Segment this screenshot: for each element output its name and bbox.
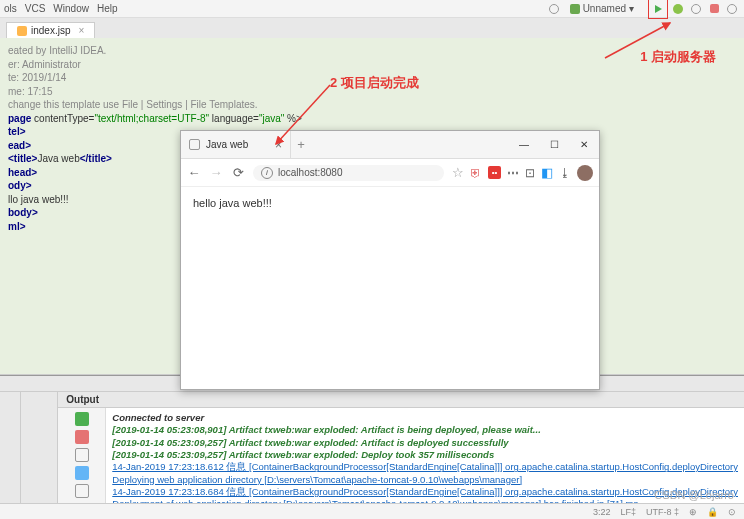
status-bar: 3:22 LF‡ UTF-8 ‡ ⊕ 🔒 ⊙	[0, 503, 744, 519]
scroll-icon[interactable]	[75, 448, 89, 462]
lock-icon[interactable]: 🔒	[707, 507, 718, 517]
code-line: page contentType="text/html;charset=UTF-…	[8, 112, 736, 126]
console-line: 14-Jan-2019 17:23:18.684 信息 [ContainerBa…	[112, 486, 738, 498]
coverage-icon	[691, 4, 701, 14]
output-action-bar	[58, 408, 106, 516]
back-button[interactable]: ←	[187, 166, 201, 180]
menu-item-vcs[interactable]: VCS	[25, 3, 46, 14]
editor-tab[interactable]: index.jsp ×	[6, 22, 95, 38]
console-line: Deploying web application directory [D:\…	[112, 474, 738, 486]
output-console[interactable]: Connected to server [2019-01-14 05:23:08…	[106, 408, 744, 516]
page-icon	[189, 139, 200, 150]
address-bar[interactable]: i localhost:8080	[253, 165, 444, 181]
debug-button[interactable]	[670, 1, 686, 17]
code-line: eated by IntelliJ IDEA.	[8, 44, 736, 58]
url-text: localhost:8080	[278, 167, 343, 178]
close-tab-icon[interactable]: ×	[78, 25, 84, 36]
browser-tab[interactable]: Java web ×	[181, 131, 291, 158]
stop-output-icon[interactable]	[75, 430, 89, 444]
minimize-button[interactable]: —	[509, 131, 539, 158]
output-header[interactable]: Output	[58, 392, 744, 408]
code-line: er: Administrator	[8, 58, 736, 72]
close-window-button[interactable]: ✕	[569, 131, 599, 158]
console-line: [2019-01-14 05:23:09,257] Artifact txweb…	[112, 437, 738, 449]
annotation-2: 2 项目启动完成	[330, 74, 419, 92]
run-button[interactable]	[650, 1, 666, 17]
run-config-name: Unnamed	[583, 3, 626, 14]
forward-button[interactable]: →	[209, 166, 223, 180]
reload-button[interactable]: ⟳	[231, 166, 245, 180]
menu-item-window[interactable]: Window	[53, 3, 89, 14]
chevron-down-icon: ▾	[629, 3, 634, 14]
cursor-position: 3:22	[593, 507, 611, 517]
inspect-icon[interactable]: ⊙	[728, 507, 736, 517]
more-icon	[727, 4, 737, 14]
play-icon	[655, 5, 662, 13]
jsp-file-icon	[17, 26, 27, 36]
more-icon[interactable]: ⋯	[507, 166, 519, 180]
browser-window: Java web × + — ☐ ✕ ← → ⟳ i localhost:808…	[180, 130, 600, 390]
bookmark-icon[interactable]: ☆	[452, 165, 464, 180]
tool-window-left-gutter	[0, 392, 21, 519]
encoding[interactable]: UTF-8 ‡	[646, 507, 679, 517]
console-line: 14-Jan-2019 17:23:18.612 信息 [ContainerBa…	[112, 461, 738, 473]
status-icon[interactable]: ⊕	[689, 507, 697, 517]
page-text: hello java web!!!	[193, 197, 272, 209]
more-button[interactable]	[724, 1, 740, 17]
screenshot-icon[interactable]: ◧	[541, 165, 553, 180]
download-icon[interactable]: ⭳	[559, 166, 571, 180]
menu-item-help[interactable]: Help	[97, 3, 118, 14]
close-browser-tab-icon[interactable]: ×	[275, 138, 282, 152]
console-line: Connected to server	[112, 412, 738, 424]
config-icon	[570, 4, 580, 14]
stop-button[interactable]	[706, 1, 722, 17]
site-info-icon[interactable]: i	[261, 167, 273, 179]
output-tool-window: Output Connected to server [2019-01-14 0…	[0, 375, 744, 519]
line-separator[interactable]: LF‡	[620, 507, 636, 517]
stop-icon	[710, 4, 719, 13]
browser-content: hello java web!!!	[181, 187, 599, 389]
tool-window-tabs	[21, 392, 58, 519]
browser-tab-title: Java web	[206, 139, 248, 150]
maximize-button[interactable]: ☐	[539, 131, 569, 158]
browser-toolbar: ← → ⟳ i localhost:8080 ☆ ⛨ •• ⋯ ⊡ ◧ ⭳	[181, 159, 599, 187]
editor-tab-bar: index.jsp ×	[0, 18, 744, 38]
build-icon[interactable]	[546, 1, 562, 17]
menu-item-tools[interactable]: ols	[4, 3, 17, 14]
clear-icon[interactable]	[75, 484, 89, 498]
run-button-highlight	[648, 0, 668, 19]
code-line: change this template use File | Settings…	[8, 98, 736, 112]
update-icon[interactable]	[75, 466, 89, 480]
bug-icon	[673, 4, 683, 14]
extension-icon[interactable]: ••	[488, 166, 501, 179]
browser-tab-bar: Java web × + — ☐ ✕	[181, 131, 599, 159]
console-line: [2019-01-14 05:23:08,901] Artifact txweb…	[112, 424, 738, 436]
coverage-button[interactable]	[688, 1, 704, 17]
profile-avatar[interactable]	[577, 165, 593, 181]
rerun-icon[interactable]	[75, 412, 89, 426]
new-tab-button[interactable]: +	[291, 131, 311, 158]
editor-tab-filename: index.jsp	[31, 25, 70, 36]
annotation-1: 1 启动服务器	[640, 48, 716, 66]
console-line: [2019-01-14 05:23:09,257] Artifact txweb…	[112, 449, 738, 461]
run-config-selector[interactable]: Unnamed ▾	[570, 3, 634, 14]
menu-bar: ols VCS Window Help Unnamed ▾	[0, 0, 744, 18]
shield-icon[interactable]: ⛨	[470, 166, 482, 180]
extensions-icon[interactable]: ⊡	[525, 166, 535, 180]
watermark: CSDN @Lojarro	[654, 489, 734, 501]
